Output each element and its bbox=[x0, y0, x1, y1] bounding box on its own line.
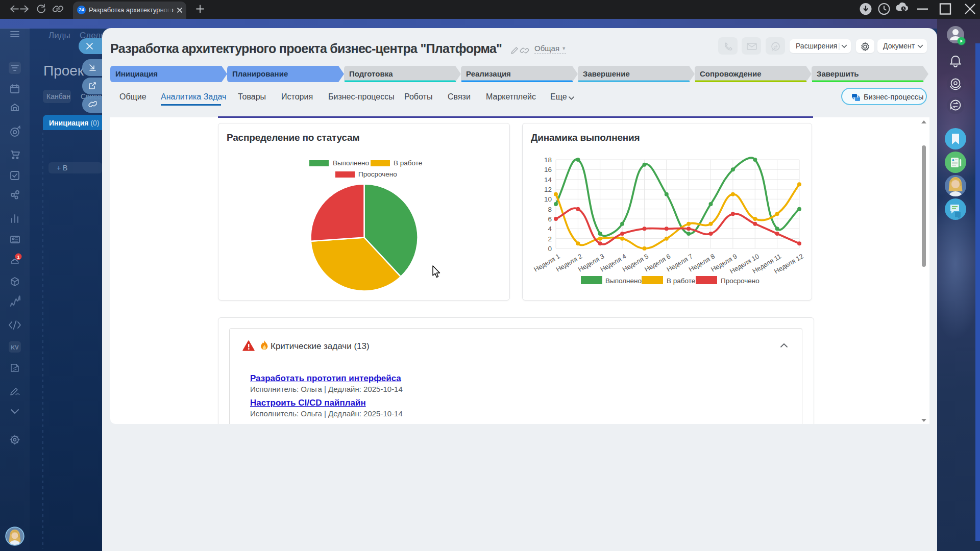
svg-text:6: 6 bbox=[548, 215, 552, 223]
svg-text:Выполнено: Выполнено bbox=[605, 277, 642, 285]
svg-text:Реализация: Реализация bbox=[466, 69, 511, 78]
svg-text:Просрочено: Просрочено bbox=[721, 277, 760, 285]
svg-text:0: 0 bbox=[548, 245, 552, 253]
svg-text:16: 16 bbox=[544, 166, 552, 173]
svg-text:12: 12 bbox=[544, 186, 552, 193]
svg-text:4: 4 bbox=[548, 225, 552, 233]
svg-text:10: 10 bbox=[544, 195, 552, 203]
svg-text:Завершение: Завершение bbox=[583, 69, 630, 78]
svg-text:Сопровождение: Сопровождение bbox=[700, 69, 762, 78]
svg-text:2: 2 bbox=[548, 235, 552, 243]
svg-text:Завершить: Завершить bbox=[817, 69, 859, 78]
svg-text:14: 14 bbox=[544, 176, 552, 184]
svg-text:KV: KV bbox=[11, 344, 19, 350]
svg-text:Планирование: Планирование bbox=[232, 69, 288, 78]
svg-text:1: 1 bbox=[17, 255, 19, 260]
svg-text:8: 8 bbox=[548, 206, 552, 213]
svg-text:Подготовка: Подготовка bbox=[349, 69, 393, 78]
svg-text:18: 18 bbox=[544, 156, 552, 164]
svg-text:В работе: В работе bbox=[667, 277, 695, 285]
svg-text:Инициация: Инициация bbox=[115, 69, 158, 78]
